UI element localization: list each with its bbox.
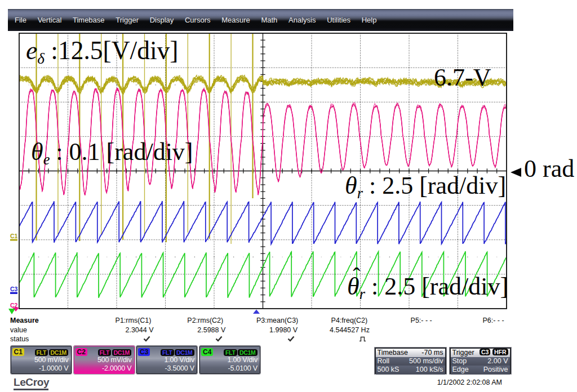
coupling-badge-dc1m: DC1M [49,349,69,356]
svg-text:C3: C3 [10,286,18,292]
value-row-title: value [10,326,27,334]
channel-scale: 1.00 V/div [164,356,194,364]
annotation-theta-e: θe : 0.1 [rad/div] [31,140,193,164]
channel-box-c3[interactable]: C3 FLT DC1M 1.00 V/div -3.5000 V [136,346,197,374]
coupling-badge-dc1m: DC1M [175,349,194,356]
trigger-slope: Positive [483,366,508,375]
c4-zero-marker [8,309,15,314]
trigger-coupling-badge: HFR [492,349,508,355]
annotation-theta-r-hat: ˆθr : 2.5 [rad/div] [347,274,508,299]
measure-column-label: P6:- - - [457,317,530,324]
status-check-icon [141,336,153,344]
status-row-title: status [10,335,29,343]
svg-text:C1: C1 [10,233,18,239]
channel-id-badge: C1 [12,348,24,356]
annotation-theta-r: θr : 2.5 [rad/div] [345,173,506,198]
timebase-value: -70 ms [421,349,443,357]
channel-offset: -1.0000 V [39,364,68,372]
coupling-badge-flt: FLT [224,349,237,356]
channel-offset: -2.0000 V [102,364,131,372]
trigger-source-badge: C3 [480,349,490,355]
c1-zero-marker [10,239,17,241]
channel-box-c2[interactable]: C2 FLT DC1M 500 mV/div -2.0000 V [74,346,135,374]
measure-column-label: P1:rms(C1) [97,317,170,324]
measure-column-label: P5:- - - [385,317,458,324]
timebase-rate: 100 kS/s [416,366,443,375]
channel-box-c1[interactable]: C1 FLT DC1M 500 mV/div -1.0000 V [11,346,72,374]
coupling-badge-dc1m: DC1M [112,349,132,356]
status-check-icon [285,336,296,344]
timebase-samples: 500 kS [378,366,400,373]
channel-scale: 1.00 V/div [227,356,258,364]
trigger-position-marker [253,310,260,314]
channel-offset: -5.0100 V [228,364,258,372]
measure-column-label: P4:freq(C2) [313,317,386,324]
status-pulse-icon [357,336,369,344]
channel-id-badge: C3 [138,348,150,356]
timebase-mode: Roll [378,357,390,365]
timebase-panel[interactable]: Timebase-70 ms Roll500 ms/div 500 kS100 … [375,348,446,374]
measure-column-value: 1.9980 V [224,326,298,334]
coupling-badge-flt: FLT [98,349,112,356]
timestamp: 1/1/2002 2:02:08 AM [432,378,502,386]
trigger-type: Edge [452,366,469,373]
timebase-scale: 500 ms/div [409,357,443,366]
coupling-badge-flt: FLT [35,349,48,356]
coupling-badge-dc1m: DC1M [238,349,258,356]
annotation-6-7-v: 6.7-V [434,65,491,90]
trigger-level: 2.00 V [487,357,508,366]
channel-scale: 500 mV/div [97,356,132,364]
measure-column-label: P2:rms(C2) [168,317,242,324]
annotation-e-delta: eδ :12.5[V/div] [26,38,179,64]
c3-zero-marker [10,292,17,295]
channel-zero-markers: C1C3C2 [8,233,19,315]
logo-underline [14,389,48,390]
annotation-zero-rad: 0 rad [511,157,574,181]
measure-column-value: 2.5988 V [152,326,225,334]
measure-column-value: 4.544527 Hz [296,326,370,334]
trigger-mode: Stop [452,357,467,365]
coupling-badge-flt: FLT [161,349,174,356]
measure-row-title: Measure [10,317,39,324]
left-pointer-icon [511,168,521,177]
measure-column-value: 2.3044 V [81,326,154,334]
timebase-title: Timebase [378,349,408,357]
trigger-panel[interactable]: TriggerC3 HFR Stop2.00 V EdgePositive [450,348,511,374]
channel-box-c4[interactable]: C4 FLT DC1M 1.00 V/div -5.0100 V [199,346,260,374]
status-check-icon [213,336,224,344]
channel-offset: -3.5000 V [165,364,194,372]
channel-scale: 500 mV/div [34,356,69,364]
measure-column-label: P3:mean(C3) [241,317,314,324]
trigger-title: Trigger [452,349,474,357]
channel-id-badge: C4 [201,348,213,356]
lecroy-logo: LeCroy [14,376,49,390]
channel-id-badge: C2 [76,348,87,356]
